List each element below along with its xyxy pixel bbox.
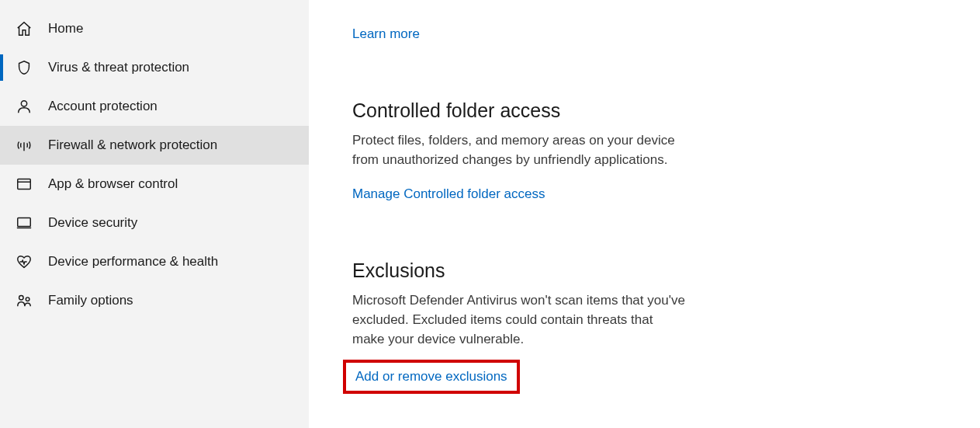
- highlight-annotation: Add or remove exclusions: [343, 360, 520, 394]
- person-icon: [16, 98, 33, 115]
- svg-point-3: [19, 296, 23, 301]
- sidebar-item-family-options[interactable]: Family options: [0, 281, 309, 320]
- sidebar-item-label: Device performance & health: [48, 254, 218, 270]
- section-controlled-folder-access: Controlled folder access Protect files, …: [352, 99, 686, 202]
- sidebar-item-device-security[interactable]: Device security: [0, 204, 309, 242]
- section-title: Controlled folder access: [352, 99, 686, 122]
- learn-more-link[interactable]: Learn more: [352, 26, 420, 42]
- sidebar-item-virus-threat[interactable]: Virus & threat protection: [0, 48, 309, 87]
- antenna-icon: [16, 137, 33, 154]
- sidebar-item-label: App & browser control: [48, 176, 178, 192]
- window-icon: [16, 176, 33, 193]
- sidebar-item-label: Home: [48, 21, 83, 37]
- sidebar-item-label: Firewall & network protection: [48, 137, 217, 153]
- family-icon: [16, 292, 33, 309]
- sidebar-item-home[interactable]: Home: [0, 9, 309, 48]
- sidebar-item-app-browser[interactable]: App & browser control: [0, 165, 309, 204]
- sidebar-item-label: Device security: [48, 215, 137, 231]
- svg-rect-2: [18, 218, 31, 227]
- section-description: Protect files, folders, and memory areas…: [352, 131, 686, 169]
- svg-point-4: [26, 298, 29, 301]
- sidebar: Home Virus & threat protection Account p…: [0, 0, 309, 428]
- section-exclusions: Exclusions Microsoft Defender Antivirus …: [352, 259, 686, 394]
- sidebar-item-label: Virus & threat protection: [48, 60, 189, 75]
- sidebar-item-label: Family options: [48, 293, 133, 308]
- content-area: Learn more Controlled folder access Prot…: [309, 0, 980, 428]
- svg-rect-1: [18, 179, 31, 190]
- sidebar-item-account-protection[interactable]: Account protection: [0, 87, 309, 126]
- home-icon: [16, 20, 33, 37]
- svg-point-0: [21, 101, 26, 106]
- device-icon: [16, 214, 33, 231]
- add-remove-exclusions-link[interactable]: Add or remove exclusions: [355, 369, 507, 385]
- heart-icon: [16, 253, 33, 270]
- manage-controlled-folder-access-link[interactable]: Manage Controlled folder access: [352, 186, 545, 202]
- section-description: Microsoft Defender Antivirus won't scan …: [352, 291, 686, 349]
- sidebar-item-firewall[interactable]: Firewall & network protection: [0, 126, 309, 165]
- section-title: Exclusions: [352, 259, 686, 282]
- sidebar-item-performance-health[interactable]: Device performance & health: [0, 242, 309, 281]
- shield-icon: [16, 59, 33, 76]
- sidebar-item-label: Account protection: [48, 99, 158, 114]
